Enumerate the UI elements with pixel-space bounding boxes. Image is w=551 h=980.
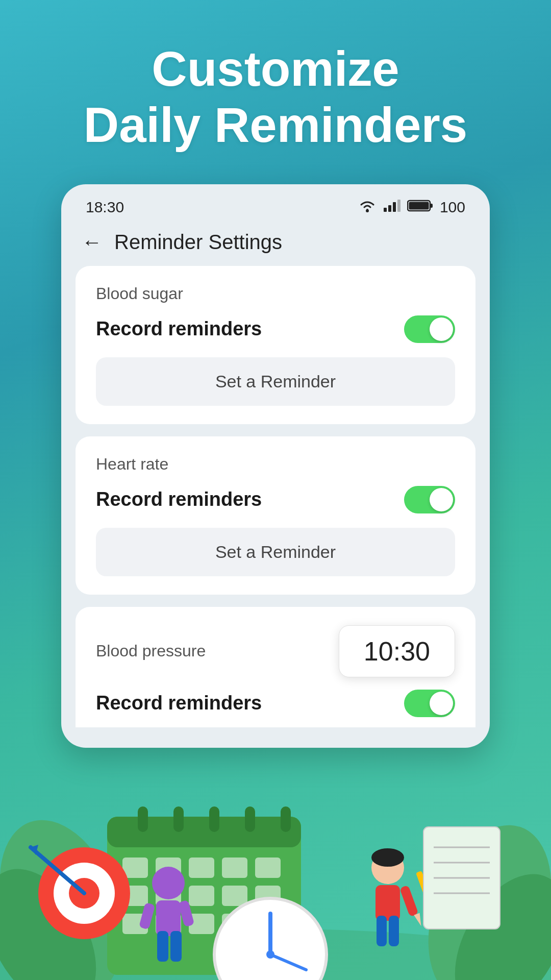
bp-toggle[interactable] [404, 690, 455, 717]
svg-rect-7 [409, 202, 429, 209]
hero-line1: Customize [152, 41, 399, 96]
svg-point-44 [152, 867, 185, 899]
content-area: Blood sugar Record reminders Set a Remin… [61, 266, 490, 727]
heart-rate-set-reminder-btn[interactable]: Set a Reminder [96, 528, 455, 576]
bp-toggle-knob [430, 692, 453, 715]
bp-record-row: Record reminders [96, 690, 455, 717]
blood-pressure-title: Blood pressure [96, 642, 206, 660]
time-bubble: 10:30 [339, 625, 455, 677]
svg-rect-6 [430, 204, 433, 208]
phone-mockup: 18:30 [61, 184, 490, 748]
svg-rect-46 [157, 931, 168, 962]
svg-rect-47 [170, 931, 182, 962]
svg-rect-15 [138, 806, 148, 832]
blood-sugar-record-label: Record reminders [96, 318, 262, 340]
svg-point-0 [366, 209, 369, 212]
svg-rect-27 [189, 886, 214, 906]
svg-rect-18 [245, 806, 255, 832]
svg-rect-2 [388, 205, 391, 212]
top-nav: ← Reminder Settings [61, 223, 490, 266]
svg-rect-22 [189, 857, 214, 878]
svg-rect-3 [393, 202, 396, 212]
heart-rate-toggle[interactable] [404, 486, 455, 513]
heart-rate-title: Heart rate [96, 455, 455, 474]
heart-rate-toggle-knob [430, 488, 453, 511]
bp-row: Blood pressure 10:30 [96, 625, 455, 677]
status-icons: 100 [358, 199, 465, 216]
svg-rect-28 [222, 886, 247, 906]
battery-level: 100 [440, 199, 465, 216]
blood-pressure-card: Blood pressure 10:30 Record reminders [76, 607, 475, 727]
signal-icon [383, 199, 401, 216]
svg-rect-23 [222, 857, 247, 878]
svg-rect-4 [397, 200, 400, 212]
svg-rect-16 [173, 806, 184, 832]
blood-sugar-title: Blood sugar [96, 284, 455, 303]
svg-rect-14 [107, 817, 301, 847]
blood-sugar-card: Blood sugar Record reminders Set a Remin… [76, 266, 475, 424]
hero-section: Customize Daily Reminders [0, 0, 551, 184]
back-button[interactable]: ← [82, 231, 102, 254]
blood-sugar-toggle[interactable] [404, 315, 455, 343]
svg-rect-45 [156, 900, 181, 936]
svg-rect-52 [375, 885, 400, 921]
heart-rate-record-label: Record reminders [96, 488, 262, 510]
bp-record-label: Record reminders [96, 692, 262, 714]
svg-rect-24 [255, 857, 281, 878]
svg-rect-19 [281, 806, 291, 832]
svg-rect-55 [399, 885, 418, 917]
battery-icon [407, 199, 434, 216]
page-title: Reminder Settings [114, 231, 282, 254]
heart-rate-record-row: Record reminders [96, 486, 455, 513]
svg-rect-54 [389, 916, 399, 946]
svg-marker-57 [414, 913, 424, 927]
blood-sugar-toggle-knob [430, 317, 453, 341]
svg-rect-53 [377, 916, 387, 946]
heart-rate-card: Heart rate Record reminders Set a Remind… [76, 436, 475, 595]
blood-sugar-record-row: Record reminders [96, 315, 455, 343]
svg-rect-17 [209, 806, 219, 832]
svg-rect-1 [384, 208, 387, 212]
status-time: 18:30 [86, 199, 124, 216]
svg-point-51 [371, 848, 404, 867]
blood-sugar-set-reminder-btn[interactable]: Set a Reminder [96, 357, 455, 406]
status-bar: 18:30 [61, 184, 490, 223]
hero-line2: Daily Reminders [84, 97, 467, 152]
svg-rect-20 [122, 857, 148, 878]
wifi-icon [358, 199, 377, 216]
